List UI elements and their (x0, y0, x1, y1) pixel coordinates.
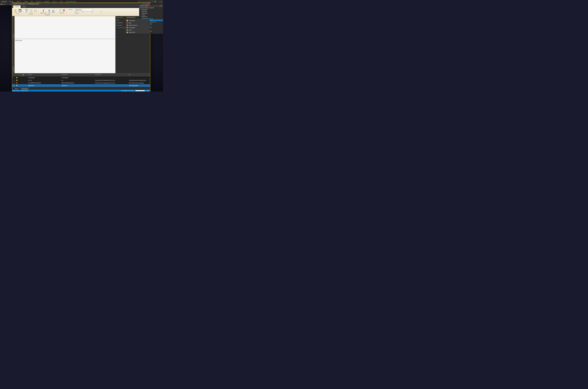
row4-id: Resx/PageTitle (129, 85, 150, 87)
open-icon: 📂 (14, 9, 17, 11)
restore-vs-icon[interactable]: □ (160, 1, 161, 3)
restore-button[interactable]: □ (145, 3, 147, 5)
table-row[interactable]: 3 ⚠ MY ADDRESS BOOK MEIN ADRESSBUCH Cont… (12, 82, 150, 84)
search-icon: 🔍 (155, 1, 156, 2)
solution-explorer-controls: 📌 ✕ (160, 5, 162, 6)
row4-dot (16, 85, 19, 86)
tree-item[interactable]: Assets (139, 14, 163, 16)
tree-item[interactable]: References (139, 12, 163, 14)
minimize-vs-icon[interactable]: ─ (158, 1, 159, 3)
save-icon: 💾 (19, 9, 22, 11)
resource-id-icon (100, 11, 102, 12)
table-row[interactable]: 2 en-US de Controls the FlowDirection fo… (12, 79, 150, 82)
translation-section: Translation adressen (12, 39, 115, 73)
nav-buttons: ⬆ Previous row ⬇ Next 🔄 Reset (40, 9, 55, 14)
assets-label: Assets (142, 14, 145, 16)
warning-icon: ⚠ (25, 74, 27, 76)
translation-textarea[interactable]: adressen (15, 39, 115, 73)
prev-row-button[interactable]: ⬆ Previous row (40, 9, 47, 14)
tree-item[interactable]: Resources (139, 16, 163, 18)
ribbon-group-navigation: ⬆ Previous row ⬇ Next 🔄 Reset Navigation (39, 8, 56, 16)
row1-source: LeftToRight (28, 77, 61, 79)
tab-strings[interactable]: Strings (13, 88, 20, 90)
state-row: State: Translated ▼ Translated New (115, 19, 150, 21)
col-header-source: Source (28, 74, 61, 76)
resource-id-text: Resource ID (102, 11, 109, 12)
tree-item[interactable]: LongListApp (139, 9, 163, 10)
item-info: Item 4 of 4 (13, 90, 19, 91)
dropdown-new[interactable]: New (126, 22, 149, 24)
source-checkbox-label: ✓ Source (75, 11, 81, 12)
table-row[interactable]: 1 LeftToRight LeftToRight (12, 76, 150, 79)
row4-icon4 (25, 85, 28, 86)
translation-icon: 📝 (58, 9, 61, 12)
data-grid: ! ⚙ 🔒 ⚠ Source Translation Comments ID 1 (12, 73, 150, 87)
status-bar: Item 4 of 4 en-US to de Translated 4 of … (12, 90, 150, 92)
translated-dot (127, 20, 128, 21)
quick-launch-input[interactable] (138, 1, 154, 2)
dropdown-translated[interactable]: Translated (126, 19, 149, 22)
screen-background: OBJECT BUILD DEBUG TEAM SQL DESIGN FORMA… (0, 0, 163, 92)
close-button[interactable]: ✕ (147, 3, 149, 5)
row2-status-dot (16, 80, 17, 81)
cut-button[interactable]: ✂️ Cut (25, 9, 29, 13)
translation-label: Translation (12, 39, 15, 73)
paste-icon: 📋 (34, 10, 37, 12)
translation-remove-btn[interactable]: ❌ (62, 9, 66, 12)
tab-filter[interactable]: Filter (21, 5, 28, 8)
close-vs-icon[interactable]: ✕ (161, 1, 162, 3)
source-textarea[interactable] (15, 16, 115, 39)
translation-buttons: 📝 ❌ (58, 9, 66, 12)
window-controls: ─ □ ✕ (143, 3, 149, 5)
dropdown-needs-review-label: Needs Review (129, 25, 137, 26)
down-arrow-icon: ⬇ (48, 9, 50, 12)
search-doc-tab[interactable]: ⭐ Search... (0, 3, 7, 5)
col-header-comments: Comments (95, 74, 129, 76)
table-row[interactable]: 4 addresses adressen Resx/PageTitle (12, 84, 150, 87)
pin-icon[interactable]: 📌 (160, 5, 161, 6)
search-input[interactable] (75, 9, 93, 11)
row4-icon2 (19, 85, 22, 86)
next-row-button[interactable]: ⬇ Next (47, 9, 51, 14)
window-title: AppResources.de.xlf – Multilingual Edito… (13, 3, 39, 5)
dropdown-signed-off-label: Signed Off (129, 32, 135, 33)
tree-item[interactable]: MyLongListApp' (1 project) (139, 7, 163, 9)
comments-label: Comments: (116, 24, 126, 26)
error-indicator: ! (16, 74, 17, 75)
ribbon-tabs: Home Filter (12, 5, 150, 8)
search-group-label: Search (75, 13, 79, 14)
source-check-icon: ✓ (75, 11, 77, 12)
row1-dot (16, 77, 19, 79)
source-section: Source (12, 16, 115, 39)
tree-item[interactable]: Properties (139, 10, 163, 12)
row3-translation: MEIN ADRESSBUCH (61, 82, 95, 84)
col-header-icon2: ⚙ (19, 74, 22, 76)
vs-tab-object[interactable]: OBJECT (0, 1, 8, 3)
tab-messages[interactable]: Messages (20, 88, 29, 90)
row3-source: MY ADDRESS BOOK (28, 82, 61, 84)
ribbon-group-search: ✓ Source ✓ Translation Match case (74, 8, 142, 16)
save-button[interactable]: 💾 Save (18, 9, 22, 13)
row3-status-dot (16, 82, 17, 84)
properties-label: Properties (142, 11, 147, 12)
open-button[interactable]: 📂 Open (14, 9, 18, 13)
row1-num: 1 (12, 77, 16, 79)
dropdown-signed-off[interactable]: Signed Off (126, 31, 149, 33)
dropdown-needs-review[interactable]: Needs Review (126, 24, 149, 27)
copy-button[interactable]: 📋 (29, 9, 33, 12)
dropdown-final[interactable]: Final (126, 29, 149, 31)
paste-button[interactable]: 📋 (33, 9, 37, 12)
ribbon-group-translation: 📝 ❌ Translation (57, 8, 67, 16)
dropdown-translated-2[interactable]: Translated (126, 27, 149, 29)
tab-home[interactable]: Home (13, 5, 21, 8)
minimize-button[interactable]: ─ (143, 3, 144, 5)
row2-id: Resx/ResourceFlowDirection (129, 79, 150, 81)
cut-label: Cut (26, 11, 27, 13)
row3-icon3: ⚠ (22, 82, 25, 84)
close-panel-icon[interactable]: ✕ (161, 5, 162, 6)
row4-translation: adressen (61, 85, 95, 87)
translation-action-btn[interactable]: 📝 (58, 9, 62, 12)
search-checkboxes: ✓ Source ✓ Translation Match case (75, 11, 109, 12)
reset-button[interactable]: 🔄 Reset (51, 9, 55, 13)
translation-check-icon: ✓ (82, 11, 83, 12)
